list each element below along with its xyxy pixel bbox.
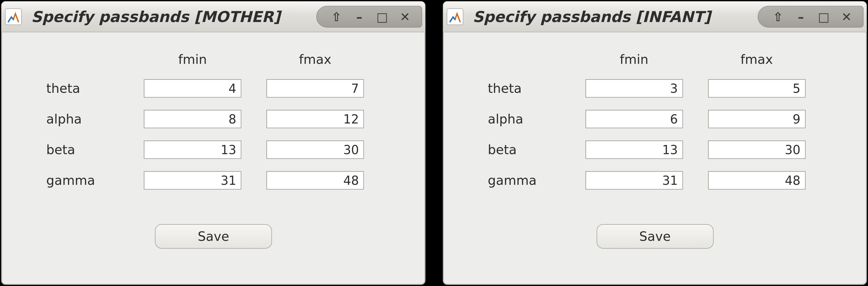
alpha-fmin-input[interactable] xyxy=(585,110,683,128)
theta-fmin-input[interactable] xyxy=(144,79,241,97)
row-label-beta: beta xyxy=(46,142,144,157)
row-label-beta: beta xyxy=(488,142,585,157)
maximize-icon: □ xyxy=(818,10,830,24)
save-button[interactable]: Save xyxy=(597,224,714,249)
beta-fmax-input[interactable] xyxy=(708,141,806,159)
row-label-theta: theta xyxy=(46,81,144,96)
close-icon: ✕ xyxy=(841,10,852,24)
always-on-top-button[interactable]: ⇧ xyxy=(767,7,789,27)
close-button[interactable]: ✕ xyxy=(835,7,858,27)
gamma-fmin-input[interactable] xyxy=(585,171,683,190)
beta-fmax-input[interactable] xyxy=(267,141,364,159)
header-fmin: fmin xyxy=(144,52,241,67)
row-label-theta: theta xyxy=(488,81,585,96)
alpha-fmax-input[interactable] xyxy=(267,110,364,128)
alpha-fmax-input[interactable] xyxy=(708,110,806,128)
theta-fmax-input[interactable] xyxy=(267,79,364,97)
row-label-alpha: alpha xyxy=(488,112,585,126)
theta-fmax-input[interactable] xyxy=(708,79,806,97)
gamma-fmin-input[interactable] xyxy=(144,171,241,190)
titlebar[interactable]: Specify passbands [MOTHER] ⇧ – □ ✕ xyxy=(2,2,425,32)
save-row: Save xyxy=(488,224,806,249)
client-area: fmin fmax theta alpha beta gamma Save xyxy=(443,32,867,284)
theta-fmin-input[interactable] xyxy=(585,79,683,97)
gamma-fmax-input[interactable] xyxy=(267,171,364,190)
header-fmax: fmax xyxy=(708,52,806,67)
beta-fmin-input[interactable] xyxy=(585,141,683,159)
arrow-up-icon: ⇧ xyxy=(331,10,342,24)
close-button[interactable]: ✕ xyxy=(394,7,416,27)
window-mother: Specify passbands [MOTHER] ⇧ – □ ✕ fmin … xyxy=(1,1,426,285)
arrow-up-icon: ⇧ xyxy=(773,10,783,24)
window-title: Specify passbands [MOTHER] xyxy=(31,8,316,26)
header-fmin: fmin xyxy=(585,52,683,67)
matlab-icon xyxy=(5,8,22,25)
close-icon: ✕ xyxy=(400,10,410,24)
gamma-fmax-input[interactable] xyxy=(708,171,806,190)
row-label-gamma: gamma xyxy=(488,173,585,188)
maximize-button[interactable]: □ xyxy=(371,7,394,27)
svg-rect-1 xyxy=(447,9,463,25)
header-fmax: fmax xyxy=(267,52,364,67)
maximize-icon: □ xyxy=(376,10,388,24)
window-controls: ⇧ – □ ✕ xyxy=(316,6,422,28)
window-title: Specify passbands [INFANT] xyxy=(473,8,758,26)
beta-fmin-input[interactable] xyxy=(144,141,241,159)
save-row: Save xyxy=(46,224,364,249)
titlebar[interactable]: Specify passbands [INFANT] ⇧ – □ ✕ xyxy=(443,2,867,32)
row-label-gamma: gamma xyxy=(46,173,144,188)
minimize-icon: – xyxy=(356,10,363,24)
minimize-button[interactable]: – xyxy=(789,7,812,27)
always-on-top-button[interactable]: ⇧ xyxy=(325,7,348,27)
svg-rect-0 xyxy=(5,9,22,25)
row-label-alpha: alpha xyxy=(46,112,144,126)
client-area: fmin fmax theta alpha beta gamma Save xyxy=(2,32,425,284)
maximize-button[interactable]: □ xyxy=(812,7,835,27)
window-infant: Specify passbands [INFANT] ⇧ – □ ✕ fmin … xyxy=(443,1,867,285)
save-button[interactable]: Save xyxy=(155,224,272,249)
matlab-icon xyxy=(447,8,463,25)
window-controls: ⇧ – □ ✕ xyxy=(758,6,864,28)
alpha-fmin-input[interactable] xyxy=(144,110,241,128)
minimize-icon: – xyxy=(798,10,804,24)
minimize-button[interactable]: – xyxy=(348,7,371,27)
